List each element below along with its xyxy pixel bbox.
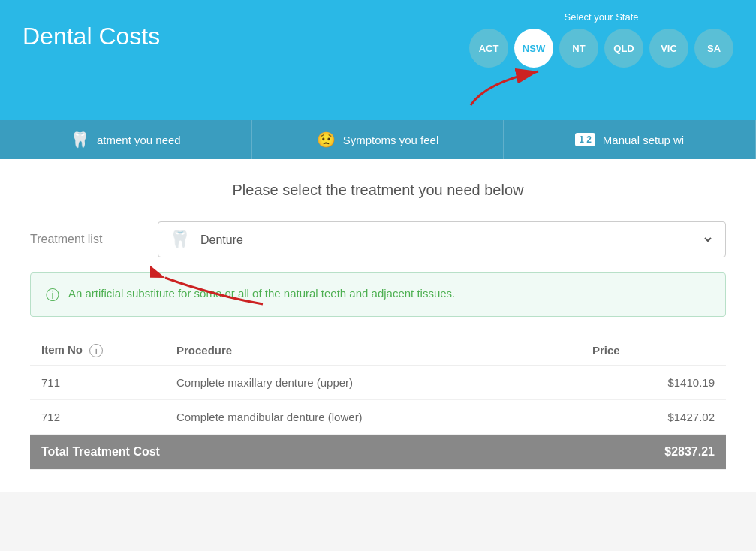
header: Dental Costs Select your State ACT NSW N… <box>0 0 756 120</box>
tab-symptoms[interactable]: 😟 Symptoms you feel <box>252 120 505 159</box>
arrow-to-nsw <box>456 60 553 116</box>
item-info-badge[interactable]: i <box>89 344 103 357</box>
table-row: 711 Complete maxillary denture (upper) $… <box>30 366 726 400</box>
price-712: $1427.02 <box>581 400 726 435</box>
procedure-712: Complete mandibular denture (lower) <box>165 400 581 435</box>
face-icon: 😟 <box>317 131 336 149</box>
item-712: 712 <box>30 400 165 435</box>
tab-manual-label: Manual setup wi <box>603 134 684 146</box>
state-selector: Select your State ACT NSW NT QLD VIC SA <box>469 11 733 68</box>
arrow-to-dropdown <box>150 259 270 315</box>
col-item-no: Item No i <box>30 336 165 366</box>
info-icon: ⓘ <box>46 286 59 304</box>
total-price: $2837.21 <box>581 435 726 470</box>
tab-treatment-label: atment you need <box>97 134 181 146</box>
total-label: Total Treatment Cost <box>30 435 581 470</box>
col-procedure: Procedure <box>165 336 581 366</box>
main-heading: Please select the treatment you need bel… <box>30 182 726 199</box>
tab-treatment[interactable]: 🦷 atment you need <box>0 120 252 159</box>
info-box: ⓘ An artificial substitute for some or a… <box>30 272 726 317</box>
item-711: 711 <box>30 366 165 400</box>
tab-symptoms-label: Symptoms you feel <box>343 134 439 146</box>
state-vic[interactable]: VIC <box>649 29 688 68</box>
nav-tabs: 🦷 atment you need 😟 Symptoms you feel 1 … <box>0 120 756 159</box>
price-711: $1410.19 <box>581 366 726 400</box>
procedure-711: Complete maxillary denture (upper) <box>165 366 581 400</box>
tab-manual[interactable]: 1 2 Manual setup wi <box>504 120 756 159</box>
total-row: Total Treatment Cost $2837.21 <box>30 435 726 470</box>
table-row: 712 Complete mandibular denture (lower) … <box>30 400 726 435</box>
treatment-row: Treatment list 🦷 Denture Filling Crown R… <box>30 221 726 257</box>
treatment-icon: 🦷 <box>71 131 89 149</box>
state-sa[interactable]: SA <box>694 29 733 68</box>
state-qld[interactable]: QLD <box>604 29 643 68</box>
cost-table: Item No i Procedure Price 711 Complete m… <box>30 336 726 470</box>
treatment-select-wrapper[interactable]: 🦷 Denture Filling Crown Root Canal Extra… <box>158 221 726 257</box>
state-label: Select your State <box>469 11 733 23</box>
treatment-dropdown[interactable]: Denture Filling Crown Root Canal Extract… <box>197 233 714 247</box>
state-nt[interactable]: NT <box>559 29 598 68</box>
col-price: Price <box>581 336 726 366</box>
main-content: Please select the treatment you need bel… <box>0 159 756 492</box>
treatment-list-label: Treatment list <box>30 233 143 246</box>
number-icon: 1 2 <box>575 133 595 146</box>
tooth-icon: 🦷 <box>170 230 190 249</box>
table-body: 711 Complete maxillary denture (upper) $… <box>30 366 726 470</box>
